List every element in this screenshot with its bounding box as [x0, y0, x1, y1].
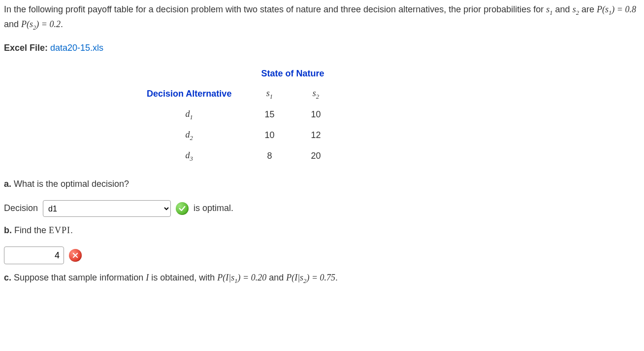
table-row: State of Nature — [132, 64, 339, 84]
question-b: b. Find the EVPI. — [4, 224, 640, 238]
decision-word: Decision — [4, 202, 38, 215]
col-s2: s2 — [313, 88, 319, 98]
question-c: c. Suppose that sample information I is … — [4, 271, 640, 286]
x-icon — [69, 249, 82, 262]
label-b: b. — [4, 225, 12, 235]
cell-d1-s2: 10 — [292, 105, 339, 125]
label-c: c. — [4, 273, 11, 282]
p-I-s1: P(I|s1) = 0.20 — [217, 273, 266, 282]
row-d3: d3 — [186, 150, 193, 160]
cell-d3-s1: 8 — [246, 146, 292, 167]
intro-text: In the following profit payoff table for… — [4, 4, 546, 14]
text-c-2: is obtained, with — [149, 273, 217, 282]
excel-file-link[interactable]: data20-15.xls — [50, 43, 103, 53]
text-a: What is the optimal decision? — [11, 179, 129, 189]
decision-select[interactable]: d1 — [43, 200, 171, 217]
table-row: d3 8 20 — [132, 146, 339, 167]
c-period: . — [335, 273, 338, 282]
cell-d2-s2: 12 — [292, 125, 339, 146]
payoff-table: State of Nature Decision Alternative s1 … — [132, 64, 339, 167]
c-and: and — [266, 273, 286, 282]
is-optimal-text: is optimal. — [193, 202, 233, 215]
question-a: a. What is the optimal decision? — [4, 177, 640, 191]
text-b: Find the — [12, 225, 49, 235]
answer-a-row: Decision d1 is optimal. — [4, 200, 640, 217]
excel-file-label: Excel File: — [4, 43, 50, 53]
intro-and2: and — [4, 19, 21, 29]
evpi-input[interactable] — [4, 246, 64, 264]
intro-are: are — [579, 4, 597, 14]
p-s2: P(s2) = 0.2 — [21, 19, 61, 29]
cell-d2-s1: 10 — [246, 125, 292, 146]
table-row: d2 10 12 — [132, 125, 339, 146]
intro-and: and — [553, 4, 573, 14]
payoff-table-wrap: State of Nature Decision Alternative s1 … — [4, 64, 640, 167]
var-s2: s2 — [573, 4, 579, 14]
intro-period: . — [61, 19, 63, 29]
cell-d1-s1: 15 — [246, 105, 292, 125]
table-row: d1 15 10 — [132, 105, 339, 125]
col-s1: s1 — [266, 88, 273, 98]
cell-d3-s2: 20 — [292, 146, 339, 167]
excel-file-line: Excel File: data20-15.xls — [4, 41, 640, 55]
table-row: Decision Alternative s1 s2 — [132, 84, 339, 105]
state-of-nature-header: State of Nature — [261, 69, 324, 78]
b-period: . — [70, 225, 73, 235]
p-s1: P(s1) = 0.8 — [597, 4, 636, 14]
var-s1: s1 — [546, 4, 552, 14]
row-d2: d2 — [186, 130, 193, 140]
row-d1: d1 — [186, 109, 193, 119]
decision-alternative-header: Decision Alternative — [147, 89, 231, 99]
problem-intro: In the following profit payoff table for… — [4, 3, 640, 33]
label-a: a. — [4, 179, 11, 189]
text-c-1: Suppose that sample information — [11, 273, 146, 282]
check-icon — [176, 202, 189, 215]
answer-b-row — [4, 246, 640, 264]
evpi-label: EVPI — [49, 225, 70, 235]
p-I-s2: P(I|s2) = 0.75 — [286, 273, 335, 282]
